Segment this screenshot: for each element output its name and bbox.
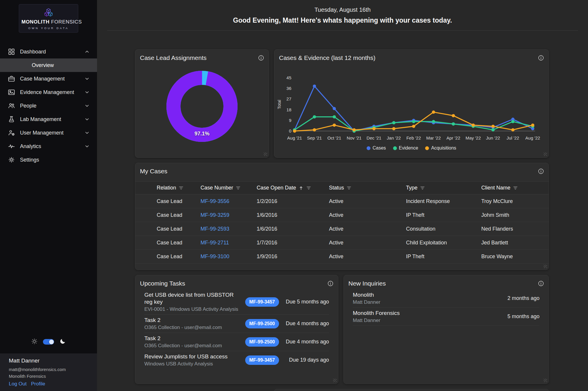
case-badge[interactable]: MF-99-2500 bbox=[245, 319, 279, 328]
info-icon[interactable] bbox=[258, 55, 264, 61]
sidebar-item-settings[interactable]: Settings bbox=[0, 153, 97, 167]
task-list-item: Task 2O365 Collection - user@email.com M… bbox=[144, 333, 329, 351]
svg-text:Mar '22: Mar '22 bbox=[426, 135, 441, 140]
svg-text:27: 27 bbox=[286, 96, 291, 101]
sidebar-item-people[interactable]: People bbox=[0, 99, 97, 113]
task-list-item: Review Jumplists for USB accessWindows U… bbox=[144, 351, 329, 369]
info-icon[interactable] bbox=[538, 55, 544, 61]
logout-link[interactable]: Log Out bbox=[9, 381, 27, 387]
chevron-down-icon bbox=[84, 130, 90, 136]
sidebar-item-case-management[interactable]: Case Management bbox=[0, 72, 97, 85]
sidebar-item-analytics[interactable]: Analytics bbox=[0, 140, 97, 153]
donut-percentage-label: 97.1% bbox=[194, 131, 209, 137]
page-header: Tuesday, August 16th Good Evening, Matt!… bbox=[97, 0, 588, 31]
card-title: Case Lead Assignments bbox=[140, 54, 206, 61]
filter-icon[interactable] bbox=[306, 185, 311, 191]
user-email: matt@monolithforensics.com bbox=[9, 366, 88, 373]
svg-text:Nov '21: Nov '21 bbox=[347, 135, 361, 140]
sidebar-item-overview[interactable]: Overview bbox=[0, 58, 97, 72]
user-gear-icon bbox=[8, 129, 15, 137]
card-title: Cases & Evidence (last 12 months) bbox=[279, 54, 375, 61]
case-number-link[interactable]: MF-99-2711 bbox=[201, 240, 257, 246]
header-date: Tuesday, August 16th bbox=[97, 6, 588, 14]
due-date: Due 19 days ago bbox=[279, 357, 329, 363]
due-date: Due 4 months ago bbox=[279, 339, 329, 345]
svg-text:Aug '21: Aug '21 bbox=[287, 135, 302, 140]
legend-dot-evidence bbox=[393, 146, 397, 150]
resize-grip-icon bbox=[264, 152, 267, 156]
user-name: Matt Danner bbox=[9, 358, 88, 364]
legend-item-evidence: Evidence bbox=[393, 145, 418, 151]
chevron-down-icon bbox=[84, 143, 90, 149]
user-profile-block: Matt Danner matt@monolithforensics.com M… bbox=[0, 353, 97, 391]
charts-row: Case Lead Assignments 97.1% Cases & Evid… bbox=[135, 49, 549, 158]
sidebar-item-lab-management[interactable]: Lab Management bbox=[0, 113, 97, 126]
lists-row: Upcoming Tasks Get USB device list from … bbox=[135, 275, 549, 384]
flask-icon bbox=[8, 115, 15, 123]
case-number-link[interactable]: MF-99-2593 bbox=[201, 226, 257, 232]
card-title: New Inquiries bbox=[348, 280, 386, 287]
case-lead-assignments-card: Case Lead Assignments 97.1% bbox=[135, 49, 269, 158]
case-number-link[interactable]: MF-99-3100 bbox=[201, 254, 257, 260]
cases-evidence-card: Cases & Evidence (last 12 months) 091827… bbox=[274, 49, 549, 158]
table-row: Case Lead MF-99-3556 1/2/2016 Active Inc… bbox=[135, 194, 549, 208]
filter-icon[interactable] bbox=[513, 185, 518, 191]
user-organization: Monolith Forensics bbox=[9, 373, 88, 380]
theme-switcher bbox=[0, 338, 97, 346]
sidebar: MONOLITH FORENSICS OWN YOUR DATA Dashboa… bbox=[0, 0, 97, 391]
filter-icon[interactable] bbox=[235, 185, 241, 191]
chevron-down-icon bbox=[84, 76, 90, 82]
sidebar-item-evidence-management[interactable]: Evidence Management bbox=[0, 85, 97, 99]
profile-link[interactable]: Profile bbox=[31, 381, 45, 387]
resize-grip-icon bbox=[544, 379, 547, 382]
card-title: Upcoming Tasks bbox=[140, 280, 185, 287]
logo-title: MONOLITH FORENSICS bbox=[21, 19, 76, 25]
legend-item-cases: Cases bbox=[367, 145, 386, 151]
case-badge[interactable]: MF-99-3457 bbox=[245, 355, 279, 365]
grid-icon bbox=[8, 48, 15, 56]
svg-text:0: 0 bbox=[289, 128, 291, 133]
moon-icon bbox=[59, 338, 66, 346]
svg-text:Aug '22: Aug '22 bbox=[525, 135, 540, 140]
info-icon[interactable] bbox=[538, 168, 544, 174]
resize-grip-icon bbox=[544, 265, 547, 268]
svg-text:May '22: May '22 bbox=[465, 135, 481, 140]
table-row: Case Lead MF-99-2593 1/6/2016 Active Con… bbox=[135, 222, 549, 236]
header-greeting: Good Evening, Matt! Here's whats happeni… bbox=[97, 16, 588, 25]
filter-icon[interactable] bbox=[178, 185, 184, 191]
svg-text:Feb '22: Feb '22 bbox=[406, 135, 421, 140]
due-date: Due 5 months ago bbox=[279, 299, 329, 305]
dashboard-content: Case Lead Assignments 97.1% Cases & Evid… bbox=[97, 31, 588, 391]
chevron-down-icon bbox=[84, 103, 90, 109]
svg-text:Sep '21: Sep '21 bbox=[307, 135, 322, 140]
resize-grip-icon bbox=[544, 152, 547, 156]
briefcase-icon bbox=[8, 75, 15, 83]
sidebar-item-user-management[interactable]: User Management bbox=[0, 126, 97, 140]
case-badge[interactable]: MF-99-3457 bbox=[245, 297, 279, 307]
table-row: Case Lead MF-99-2711 1/7/2016 Active Chi… bbox=[135, 236, 549, 250]
inquiry-list-item: MonolithMatt Danner 2 months ago bbox=[353, 289, 539, 308]
inquiry-time: 2 months ago bbox=[507, 295, 539, 301]
app-logo: MONOLITH FORENSICS OWN YOUR DATA bbox=[19, 4, 78, 33]
info-icon[interactable] bbox=[538, 281, 544, 286]
filter-icon[interactable] bbox=[420, 185, 425, 191]
sun-icon bbox=[31, 338, 38, 346]
evidence-media-icon bbox=[8, 88, 15, 96]
dark-mode-toggle[interactable] bbox=[43, 339, 54, 345]
main-content: Tuesday, August 16th Good Evening, Matt!… bbox=[97, 0, 588, 391]
info-icon[interactable] bbox=[328, 281, 333, 286]
case-number-link[interactable]: MF-99-3556 bbox=[201, 198, 257, 204]
people-icon bbox=[8, 102, 15, 110]
due-date: Due 4 months ago bbox=[279, 320, 329, 327]
case-number-link[interactable]: MF-99-3259 bbox=[201, 212, 257, 218]
sort-asc-icon[interactable] bbox=[298, 185, 304, 191]
monolith-cubes-icon bbox=[43, 7, 54, 17]
filter-icon[interactable] bbox=[346, 185, 352, 191]
cases-table-header: Relation Case Number Case Open Date Stat… bbox=[135, 181, 549, 194]
svg-text:Jun '22: Jun '22 bbox=[486, 135, 500, 140]
legend-dot-cases bbox=[367, 146, 370, 150]
case-badge[interactable]: MF-99-2500 bbox=[245, 337, 279, 347]
sidebar-nav: Dashboard Overview Case Management Evide… bbox=[0, 45, 97, 167]
table-row: Case Lead MF-99-3100 1/9/2016 Active IP … bbox=[135, 250, 549, 264]
sidebar-item-dashboard[interactable]: Dashboard bbox=[0, 45, 97, 58]
